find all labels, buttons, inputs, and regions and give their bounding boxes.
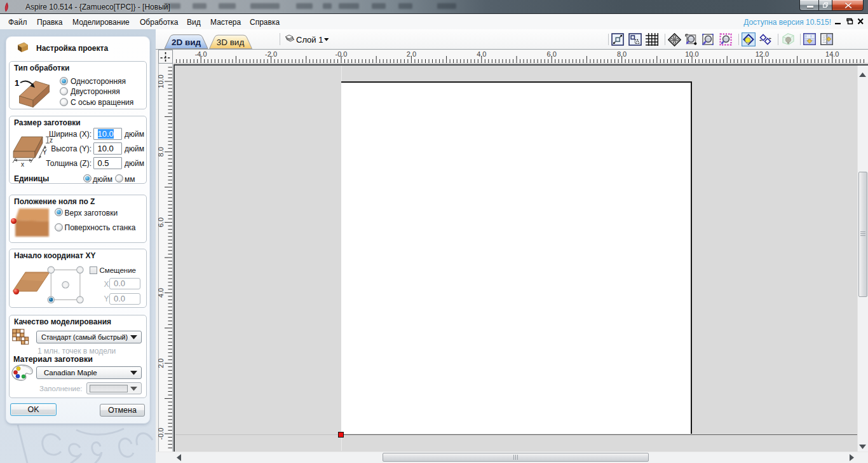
svg-text:8.0: 8.0 — [158, 147, 165, 156]
svg-text:1: 1 — [15, 78, 19, 88]
svg-text:Y: Y — [43, 149, 47, 156]
svg-text:4.0: 4.0 — [158, 288, 165, 298]
svg-text:3D вид: 3D вид — [217, 38, 245, 47]
svg-text:10.0: 10.0 — [158, 74, 165, 88]
svg-text:x: x — [21, 161, 24, 168]
svg-text:2D вид: 2D вид — [172, 38, 201, 47]
svg-text:-0.0: -0.0 — [158, 428, 165, 440]
svg-text:6.0: 6.0 — [158, 218, 165, 227]
svg-text:2.0: 2.0 — [158, 359, 165, 368]
